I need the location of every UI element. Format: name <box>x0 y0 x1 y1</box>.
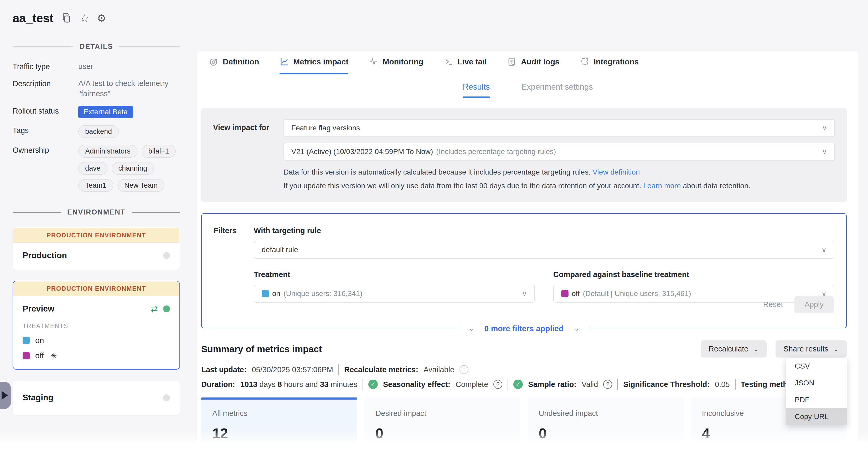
audit-log-icon <box>507 57 517 66</box>
menu-item-copy-url[interactable]: Copy URL <box>786 408 847 425</box>
help-icon[interactable]: ? <box>493 380 502 389</box>
tab-label: Definition <box>223 57 259 66</box>
metric-card-value: 0 <box>539 425 673 441</box>
retention-info-text: If you update this version we will only … <box>283 182 641 190</box>
owner-chip[interactable]: channing <box>112 162 154 175</box>
last-update-label: Last update: <box>201 365 246 374</box>
treatments-label: TREATMENTS <box>23 323 170 330</box>
swap-arrows-icon: ⇄ <box>151 304 158 313</box>
duration-label: Duration: <box>201 380 235 389</box>
settings-gear-icon[interactable]: ⚙ <box>97 13 106 23</box>
reset-button[interactable]: Reset <box>763 300 783 309</box>
env-card-preview[interactable]: PRODUCTION ENVIRONMENT Preview ⇄ TREATME… <box>12 281 180 369</box>
summary-meta-row-1: Last update: 05/30/2025 03:57:06PM Recal… <box>201 364 847 375</box>
traffic-type-value: user <box>78 61 180 71</box>
learn-more-link[interactable]: Learn more <box>643 182 681 190</box>
version-info-text: Data for this version is automatically c… <box>283 168 591 176</box>
metric-card-all-metrics[interactable]: All metrics 12 <box>201 397 357 449</box>
info-icon[interactable]: i <box>460 365 468 374</box>
metric-card-desired-impact[interactable]: Desired impact 0 <box>364 397 520 449</box>
duration-days: 1013 <box>240 380 257 389</box>
view-impact-box: View impact for Feature flag versions ∨ … <box>201 108 847 202</box>
more-filters-toggle[interactable]: ⌄ 0 more filters applied ⌄ <box>459 323 589 334</box>
tag-chip[interactable]: backend <box>78 125 119 138</box>
status-dot-gray <box>163 394 170 401</box>
owner-chip[interactable]: bilal+1 <box>142 145 176 158</box>
significance-value: 0.05 <box>715 380 730 389</box>
tab-integrations[interactable]: Integrations <box>580 51 639 74</box>
menu-item-pdf[interactable]: PDF <box>786 391 847 408</box>
tab-metrics-impact[interactable]: Metrics impact <box>280 51 348 74</box>
production-env-banner: PRODUCTION ENVIRONMENT <box>13 281 180 296</box>
tab-live-tail[interactable]: Live tail <box>444 51 487 74</box>
treatment-name-on: on <box>35 336 44 345</box>
share-results-button[interactable]: Share results ⌄ <box>776 340 847 358</box>
retention-info-tail: about data retention. <box>683 182 750 190</box>
tags-label: Tags <box>12 125 78 135</box>
treatment-color-off <box>23 352 30 359</box>
impact-source-select[interactable]: Feature flag versions ∨ <box>283 119 835 137</box>
sidebar-collapse-handle[interactable] <box>0 382 11 409</box>
treatment-select-note: (Unique users: 316,341) <box>283 290 362 298</box>
env-card-staging[interactable]: Staging <box>12 381 180 415</box>
tab-label: Monitoring <box>382 57 423 66</box>
view-definition-link[interactable]: View definition <box>592 168 640 176</box>
chevron-down-icon: ∨ <box>822 125 827 131</box>
duration-days-word: days <box>259 380 275 389</box>
divider <box>363 379 363 390</box>
treatment-color-on <box>262 290 269 297</box>
menu-item-json[interactable]: JSON <box>786 375 847 391</box>
share-results-menu: CSV JSON PDF Copy URL <box>786 358 847 425</box>
filters-title: Filters <box>214 226 237 303</box>
recalculate-button[interactable]: Recalculate ⌄ <box>701 340 767 358</box>
tab-monitoring[interactable]: Monitoring <box>369 51 423 74</box>
status-dot-gray <box>163 252 170 259</box>
line-chart-icon <box>280 57 289 66</box>
details-title: DETAILS <box>80 42 113 51</box>
metric-card-undesired-impact[interactable]: Undesired impact 0 <box>528 397 684 449</box>
tags-list: backend <box>78 125 180 138</box>
subtab-results[interactable]: Results <box>463 82 490 98</box>
environment-divider: ENVIRONMENT <box>12 208 180 216</box>
page-root: aa_test ☆ ⚙ DETAILS Traffic type user De… <box>0 0 868 449</box>
divider <box>617 379 618 390</box>
targeting-rule-select[interactable]: default rule ∨ <box>254 241 834 259</box>
duration-hours-word: hours and <box>284 380 318 389</box>
apply-button[interactable]: Apply <box>795 296 834 313</box>
subtab-label: Results <box>463 82 490 92</box>
favorite-star-icon[interactable]: ☆ <box>80 13 89 23</box>
env-name-staging: Staging <box>23 393 53 402</box>
menu-item-csv[interactable]: CSV <box>786 358 847 375</box>
baseline-select-value: off <box>572 290 580 298</box>
recalc-metrics-value: Available <box>424 365 454 374</box>
seasonality-label: Seasonality effect: <box>383 380 450 389</box>
default-treatment-asterisk-icon: ✳ <box>51 352 57 360</box>
treatment-color-off <box>561 290 568 297</box>
sidebar: aa_test ☆ ⚙ DETAILS Traffic type user De… <box>0 0 198 449</box>
env-card-production[interactable]: PRODUCTION ENVIRONMENT Production <box>12 228 180 270</box>
seasonality-value: Complete <box>456 380 488 389</box>
baseline-select-note: (Default | Unique users: 315,461) <box>583 290 691 298</box>
owner-chip[interactable]: dave <box>78 162 107 175</box>
success-check-icon: ✓ <box>513 380 523 389</box>
traffic-type-label: Traffic type <box>12 61 78 71</box>
ownership-label: Ownership <box>12 145 78 155</box>
help-icon[interactable]: ? <box>603 380 612 389</box>
production-env-banner: PRODUCTION ENVIRONMENT <box>13 228 180 243</box>
tab-audit-logs[interactable]: Audit logs <box>507 51 560 74</box>
owner-chip[interactable]: New Team <box>118 179 164 192</box>
copy-icon[interactable] <box>61 12 72 24</box>
rollout-status-badge[interactable]: External Beta <box>78 106 133 118</box>
chevron-down-icon: ∨ <box>522 290 527 297</box>
metric-card-value: 4 <box>702 425 836 441</box>
env-name-production: Production <box>23 250 67 260</box>
subtab-experiment-settings[interactable]: Experiment settings <box>522 82 593 98</box>
version-select[interactable]: V21 (Active) (10/03/2022 04:59PM To Now)… <box>283 143 835 160</box>
divider <box>735 379 736 390</box>
tab-definition[interactable]: Definition <box>209 51 259 74</box>
owner-chip[interactable]: Administrators <box>78 145 137 158</box>
metric-cards: All metrics 12 Desired impact 0 Undesire… <box>201 397 847 449</box>
treatment-select[interactable]: on (Unique users: 316,341) ∨ <box>254 285 535 303</box>
duration-hours: 8 <box>278 380 282 389</box>
owner-chip[interactable]: Team1 <box>78 179 113 192</box>
